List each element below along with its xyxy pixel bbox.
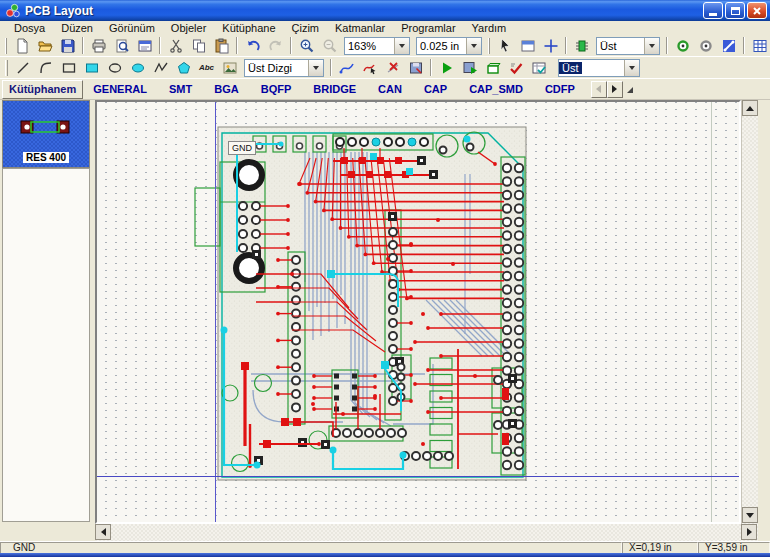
component-preview-drawing	[3, 101, 89, 149]
net-combo-dropdown[interactable]	[624, 60, 639, 76]
polygon-tool-button[interactable]	[172, 58, 195, 78]
vertical-scrollbar[interactable]	[741, 100, 758, 524]
vertical-guide-line	[215, 102, 216, 522]
line-tool-icon	[15, 60, 31, 76]
pcb-board-drawing[interactable]	[193, 124, 528, 481]
menu-gorunum[interactable]: Görünüm	[101, 21, 163, 35]
silk-layer-dropdown[interactable]	[308, 60, 323, 76]
net-box-button[interactable]	[481, 58, 504, 78]
menu-cizim[interactable]: Çizim	[284, 21, 328, 35]
scroll-up-button[interactable]	[742, 100, 758, 116]
polygon-tool-icon	[176, 60, 192, 76]
place-trace-button[interactable]	[717, 36, 740, 56]
titleblock-button[interactable]	[133, 36, 156, 56]
layer-combo[interactable]: Üst	[596, 37, 660, 55]
filled-ellipse-tool-button[interactable]	[126, 58, 149, 78]
scroll-right-button[interactable]	[741, 524, 757, 540]
menu-objeler[interactable]: Objeler	[163, 21, 214, 35]
ellipse-tool-button[interactable]	[103, 58, 126, 78]
silk-layer-combo[interactable]: Üst Dizgi	[244, 59, 324, 77]
toolbar-grip[interactable]	[488, 38, 490, 54]
line-tool-button[interactable]	[11, 58, 34, 78]
library-tab-general[interactable]: GENERAL	[93, 83, 147, 95]
menu-duzen[interactable]: Düzen	[53, 21, 101, 35]
library-tab-cap[interactable]: CAP	[424, 83, 447, 95]
grid-combo-dropdown[interactable]	[466, 38, 481, 54]
arc-tool-button[interactable]	[34, 58, 57, 78]
text-tool-button[interactable]: Abc	[195, 58, 218, 78]
menu-kutuphane[interactable]: Kütüphane	[214, 21, 283, 35]
scroll-left-button[interactable]	[95, 524, 111, 540]
library-tab-bqfp[interactable]: BQFP	[261, 83, 292, 95]
paste-button[interactable]	[210, 36, 233, 56]
route-save-icon	[408, 60, 424, 76]
zoom-out-button[interactable]	[318, 36, 341, 56]
tab-scroll-left-button[interactable]	[591, 81, 607, 98]
print-preview-button[interactable]	[110, 36, 133, 56]
toolbar-grip[interactable]	[5, 60, 8, 76]
horizontal-scrollbar[interactable]	[95, 524, 758, 541]
place-pad-button[interactable]	[694, 36, 717, 56]
undo-button[interactable]	[241, 36, 264, 56]
polyline-tool-button[interactable]	[149, 58, 172, 78]
scroll-down-button[interactable]	[742, 507, 758, 523]
chevron-right-icon	[612, 85, 617, 93]
component-list[interactable]	[2, 168, 90, 522]
origin-button[interactable]	[539, 36, 562, 56]
menu-programlar[interactable]: Programlar	[393, 21, 463, 35]
maximize-icon	[731, 7, 740, 15]
unroute-button[interactable]	[381, 58, 404, 78]
zoom-in-button[interactable]	[295, 36, 318, 56]
tab-scroll-right-button[interactable]	[607, 81, 623, 98]
image-tool-button[interactable]	[218, 58, 241, 78]
place-via-button[interactable]	[671, 36, 694, 56]
zoom-combo[interactable]: 163%	[344, 37, 410, 55]
layer-combo-dropdown[interactable]	[644, 38, 659, 54]
component-preview-panel[interactable]: RES 400	[2, 100, 90, 168]
minimize-button[interactable]	[703, 2, 723, 19]
autoroute-save-button[interactable]	[458, 58, 481, 78]
box-select-button[interactable]	[516, 36, 539, 56]
drawing-toolbar: Abc Üst Dizgi Üst	[0, 57, 770, 79]
grid-toggle-button[interactable]	[748, 36, 770, 56]
menu-katmanlar[interactable]: Katmanlar	[327, 21, 393, 35]
net-combo[interactable]: Üst	[558, 59, 640, 77]
arrow-left-icon	[101, 528, 106, 536]
edit-route-button[interactable]	[358, 58, 381, 78]
route-save-button[interactable]	[404, 58, 427, 78]
zoom-combo-dropdown[interactable]	[394, 38, 409, 54]
chevron-down-icon	[399, 44, 405, 48]
verify-button[interactable]	[504, 58, 527, 78]
new-button[interactable]	[10, 36, 33, 56]
net-box-icon	[485, 60, 501, 76]
close-button[interactable]	[747, 2, 767, 19]
library-tab-bridge[interactable]: BRIDGE	[313, 83, 356, 95]
copy-button[interactable]	[187, 36, 210, 56]
menu-dosya[interactable]: Dosya	[6, 21, 53, 35]
library-tab-bga[interactable]: BGA	[214, 83, 238, 95]
rectangle-tool-button[interactable]	[57, 58, 80, 78]
drc-button[interactable]	[527, 58, 550, 78]
library-tab-can[interactable]: CAN	[378, 83, 402, 95]
cut-button[interactable]	[164, 36, 187, 56]
pcb-canvas[interactable]: GND	[95, 100, 741, 524]
save-button[interactable]	[56, 36, 79, 56]
filled-rectangle-tool-button[interactable]	[80, 58, 103, 78]
menu-yardim[interactable]: Yardım	[464, 21, 515, 35]
select-tool-button[interactable]	[493, 36, 516, 56]
library-tab-cdfp[interactable]: CDFP	[545, 83, 575, 95]
place-component-button[interactable]	[570, 36, 593, 56]
autoroute-run-button[interactable]	[435, 58, 458, 78]
library-tab-smt[interactable]: SMT	[169, 83, 192, 95]
library-button[interactable]: Kütüphanem	[2, 80, 83, 99]
grid-combo[interactable]: 0.025 in	[416, 37, 482, 55]
maximize-button[interactable]	[725, 2, 745, 19]
grid-value: 0.025 in	[417, 40, 466, 52]
redo-button[interactable]	[264, 36, 287, 56]
library-bar: Kütüphanem GENERAL SMT BGA BQFP BRIDGE C…	[0, 79, 770, 100]
print-button[interactable]	[87, 36, 110, 56]
open-button[interactable]	[33, 36, 56, 56]
library-tab-cap-smd[interactable]: CAP_SMD	[469, 83, 523, 95]
toolbar-grip[interactable]	[5, 38, 7, 54]
manual-route-button[interactable]	[335, 58, 358, 78]
